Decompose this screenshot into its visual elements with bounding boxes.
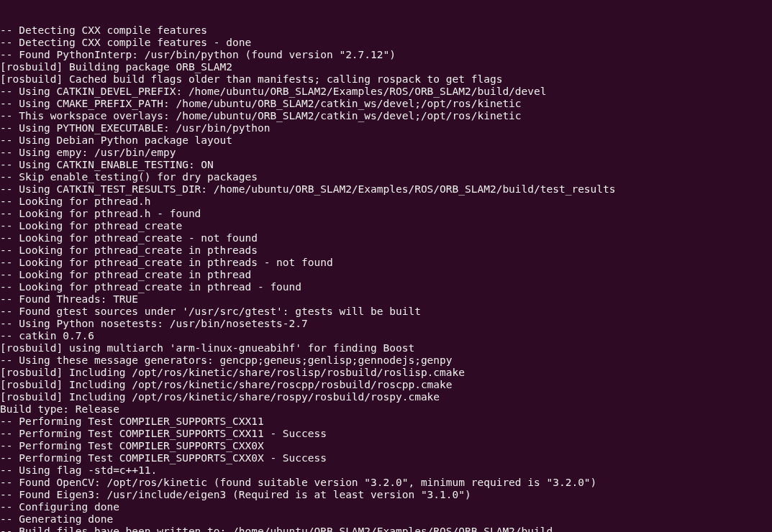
terminal-line: -- This workspace overlays: /home/ubuntu… (0, 110, 772, 122)
terminal-output: -- Detecting CXX compile features-- Dete… (0, 24, 772, 532)
terminal-line: [rosbuild] Including /opt/ros/kinetic/sh… (0, 391, 772, 403)
terminal-line: -- Using CMAKE_PREFIX_PATH: /home/ubuntu… (0, 98, 772, 110)
terminal-line: -- Looking for pthread_create in pthread… (0, 281, 772, 293)
terminal-line: -- Looking for pthread.h - found (0, 208, 772, 220)
terminal-line: -- Performing Test COMPILER_SUPPORTS_CXX… (0, 452, 772, 464)
terminal-line: -- Using Debian Python package layout (0, 134, 772, 147)
terminal-line: -- Using these message generators: gencp… (0, 354, 772, 367)
terminal-line: -- catkin 0.7.6 (0, 330, 772, 342)
terminal-line: -- Found PythonInterp: /usr/bin/python (… (0, 49, 772, 61)
terminal-line: -- Performing Test COMPILER_SUPPORTS_CXX… (0, 416, 772, 428)
terminal-line: -- Looking for pthread_create (0, 220, 772, 232)
terminal-line: -- Found gtest sources under '/usr/src/g… (0, 306, 772, 318)
terminal-line: -- Looking for pthread_create in pthread… (0, 244, 772, 257)
terminal-line: -- Using CATKIN_TEST_RESULTS_DIR: /home/… (0, 183, 772, 196)
terminal-line: -- Using CATKIN_DEVEL_PREFIX: /home/ubun… (0, 86, 772, 98)
terminal-line: -- Found OpenCV: /opt/ros/kinetic (found… (0, 477, 772, 489)
terminal-line: -- Found Threads: TRUE (0, 293, 772, 306)
terminal-line: -- Configuring done (0, 501, 772, 513)
terminal-line: -- Generating done (0, 513, 772, 526)
terminal-window[interactable]: -- Detecting CXX compile features-- Dete… (0, 0, 772, 532)
terminal-line: Build type: Release (0, 403, 772, 416)
terminal-line: [rosbuild] using multiarch 'arm-linux-gn… (0, 342, 772, 354)
terminal-line: [rosbuild] Including /opt/ros/kinetic/sh… (0, 379, 772, 391)
terminal-line: -- Detecting CXX compile features - done (0, 37, 772, 49)
terminal-line: -- Looking for pthread_create - not foun… (0, 232, 772, 244)
terminal-line: -- Using flag -std=c++11. (0, 464, 772, 477)
terminal-line: -- Build files have been written to: /ho… (0, 526, 772, 532)
terminal-line: [rosbuild] Building package ORB_SLAM2 (0, 61, 772, 73)
terminal-line: -- Using Python nosetests: /usr/bin/nose… (0, 318, 772, 330)
terminal-line: -- Using CATKIN_ENABLE_TESTING: ON (0, 159, 772, 171)
terminal-line: [rosbuild] Including /opt/ros/kinetic/sh… (0, 367, 772, 379)
terminal-line: -- Using empy: /usr/bin/empy (0, 147, 772, 159)
terminal-line: -- Looking for pthread_create in pthread… (0, 257, 772, 269)
terminal-line: -- Detecting CXX compile features (0, 24, 772, 37)
terminal-line: -- Performing Test COMPILER_SUPPORTS_CXX… (0, 440, 772, 452)
terminal-line: [rosbuild] Cached build flags older than… (0, 73, 772, 86)
terminal-line: -- Looking for pthread.h (0, 196, 772, 208)
terminal-line: -- Performing Test COMPILER_SUPPORTS_CXX… (0, 428, 772, 440)
terminal-line: -- Found Eigen3: /usr/include/eigen3 (Re… (0, 489, 772, 501)
terminal-line: -- Using PYTHON_EXECUTABLE: /usr/bin/pyt… (0, 122, 772, 134)
terminal-line: -- Looking for pthread_create in pthread (0, 269, 772, 281)
terminal-line: -- Skip enable_testing() for dry package… (0, 171, 772, 183)
